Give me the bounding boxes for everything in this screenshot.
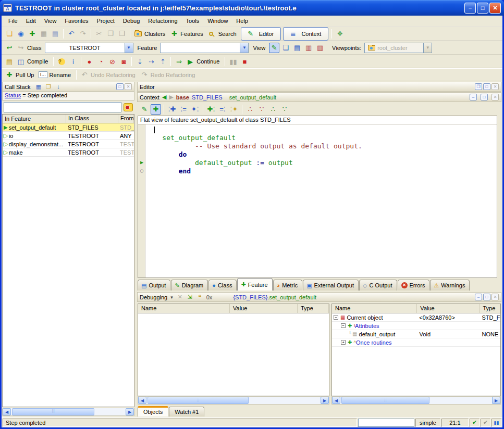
exception-object-icon[interactable]	[124, 103, 133, 111]
set-stack-depth-icon[interactable]: ↓	[54, 82, 63, 91]
tab-warnings[interactable]: ⚠Warnings	[430, 280, 470, 291]
menu-project[interactable]: Project	[93, 17, 119, 25]
run-ignore-breakpoints-icon[interactable]: ⇒	[174, 56, 184, 67]
scroll-left-icon[interactable]: ◀	[3, 408, 11, 415]
project-settings-icon[interactable]: ▤	[4, 56, 15, 67]
flat-interface-view-icon[interactable]: ⁚✦	[229, 104, 239, 115]
editor-icon[interactable]: ✎	[245, 29, 256, 39]
breadcrumb-class[interactable]: STD_FILES	[192, 94, 223, 100]
info-icon[interactable]: i	[68, 56, 78, 67]
flat-view-icon[interactable]: ✚	[151, 104, 161, 115]
compile-icon[interactable]: ◫	[16, 56, 26, 67]
callers-icon[interactable]: ∴	[268, 104, 278, 115]
scroll-left-icon[interactable]: ◀	[332, 397, 340, 404]
column-header-value[interactable]: Value	[230, 304, 298, 313]
code-editor[interactable]: ▶○ set_output_default -- Use standard ou…	[138, 124, 497, 278]
context-back-icon[interactable]: ◀	[162, 94, 166, 100]
column-header-in-feature[interactable]: In Feature	[3, 115, 66, 123]
minimize-button[interactable]: –	[464, 3, 476, 14]
deep-flat-view-icon[interactable]: ▥	[315, 43, 325, 53]
tab-errors[interactable]: ✕Errors	[398, 280, 430, 291]
menu-refactoring[interactable]: Refactoring	[144, 17, 181, 25]
tab-diagram[interactable]: ✎Diagram	[171, 280, 208, 291]
object-tree-row[interactable]: +✚^Once routines	[332, 338, 500, 347]
rename-icon[interactable]: I…	[38, 70, 48, 80]
step-out-icon[interactable]: ⇡	[157, 56, 168, 67]
call-stack-hscrollbar[interactable]: ◀ ▶	[2, 408, 134, 416]
context-label[interactable]: Context	[301, 31, 321, 37]
class-combo[interactable]: TESTROOT ▼	[45, 43, 133, 53]
scroll-left-icon[interactable]: ◀	[138, 397, 146, 404]
scroll-right-icon[interactable]: ▶	[126, 408, 134, 415]
scroll-right-icon[interactable]: ▶	[321, 397, 329, 404]
object-tree-row[interactable]: └ ▦default_outputVoidNONE	[332, 330, 500, 338]
column-header-type[interactable]: Type	[298, 304, 329, 313]
step-over-icon[interactable]: ⇢	[146, 56, 156, 67]
breakpoint-gutter[interactable]: ▶○	[138, 124, 145, 277]
code-line[interactable]: end	[146, 167, 497, 175]
minimize-panel-icon[interactable]: –	[475, 294, 482, 300]
column-header-type[interactable]: Type	[480, 304, 500, 313]
interface-view-icon[interactable]: ✦⁚	[190, 104, 200, 115]
chevron-down-icon[interactable]: ▼	[125, 43, 133, 53]
editor-view-icon[interactable]: ✎	[269, 43, 279, 53]
history-forward-icon[interactable]: ↪	[16, 43, 26, 53]
breakpoint-slot-icon[interactable]: ○	[139, 167, 145, 174]
clickable-view-icon[interactable]: ❏	[280, 43, 291, 53]
step-into-icon[interactable]: ⇣	[134, 56, 145, 67]
menu-window[interactable]: Window	[203, 17, 232, 25]
call-stack-row[interactable]: ▶makeTESTROOTTESTROOT	[3, 148, 134, 157]
close-button[interactable]: ✕	[489, 3, 501, 14]
maximize-button[interactable]: □	[477, 3, 488, 14]
clusters-icon[interactable]	[133, 29, 143, 39]
menu-favorites[interactable]: Favorites	[60, 17, 92, 25]
menu-debug[interactable]: Debug	[119, 17, 144, 25]
call-stack-row[interactable]: ▶ioTESTROOTANY	[3, 132, 134, 140]
column-header-from[interactable]: From	[118, 115, 134, 123]
menu-edit[interactable]: Edit	[22, 17, 40, 25]
maximize-panel-icon[interactable]: □	[483, 83, 490, 90]
history-back-icon[interactable]: ↩	[4, 43, 15, 53]
contract-view-icon[interactable]: ⁚=	[178, 104, 189, 115]
ancestors-icon[interactable]: ∴	[245, 104, 255, 115]
object-tree-row[interactable]: −✚!Attributes	[332, 322, 500, 330]
pull-up-icon[interactable]: ✚	[4, 70, 15, 80]
code-line[interactable]: set_output_default	[146, 134, 497, 142]
pull-up-label[interactable]: Pull Up	[16, 72, 34, 78]
add-icon[interactable]: ✚	[27, 29, 38, 39]
flat-contract-view-icon[interactable]: =⁚	[217, 104, 228, 115]
rename-label[interactable]: Rename	[49, 72, 71, 78]
menu-file[interactable]: File	[4, 17, 22, 25]
column-header-in-class[interactable]: In Class	[66, 115, 118, 123]
tab-external-output[interactable]: ▣External Output	[303, 280, 359, 291]
basic-text-view-icon[interactable]: ✎	[139, 104, 150, 115]
menu-tools[interactable]: Tools	[182, 17, 204, 25]
breadcrumb-base[interactable]: base	[176, 94, 189, 100]
flat-clickable-view-icon[interactable]: ✚⁚	[206, 104, 216, 115]
tab-output[interactable]: ▤Output	[138, 280, 170, 291]
chevron-down-icon[interactable]: ▼	[240, 43, 248, 53]
search-icon[interactable]	[207, 29, 217, 39]
editor-button[interactable]: ✎Editor	[241, 27, 281, 41]
callees-icon[interactable]: ∵	[279, 104, 290, 115]
maximize-panel-icon[interactable]: □	[483, 294, 490, 300]
objects-table-hscrollbar[interactable]: ◀ ▶	[331, 396, 501, 405]
exception-icon[interactable]: ❝	[195, 293, 204, 301]
tab-class[interactable]: ●Class	[208, 280, 237, 291]
compile-label[interactable]: Compile	[27, 58, 48, 65]
restore-panel-icon[interactable]: ❐	[475, 83, 482, 90]
maximize-panel-icon[interactable]: □	[116, 83, 124, 90]
open-icon[interactable]: ◉	[16, 29, 26, 39]
compile-question-icon[interactable]: ?	[56, 56, 67, 67]
watch-table-hscrollbar[interactable]: ◀ ▶	[138, 396, 329, 405]
tab-objects[interactable]: Objects	[138, 406, 168, 417]
continue-icon[interactable]: ▶	[185, 56, 195, 67]
descendants-icon[interactable]: ∵	[256, 104, 267, 115]
breakpoint-window-icon[interactable]: ◙	[118, 56, 129, 67]
code-line[interactable]: -- Use standard output as default output…	[146, 142, 497, 150]
features-icon[interactable]: ✚	[169, 29, 179, 39]
breakpoint-remove-icon[interactable]: ⊘	[107, 56, 117, 67]
deep-view-icon[interactable]: ▥	[303, 43, 314, 53]
collapse-icon[interactable]: −	[334, 315, 338, 320]
context-icon[interactable]: ≣	[288, 29, 298, 39]
